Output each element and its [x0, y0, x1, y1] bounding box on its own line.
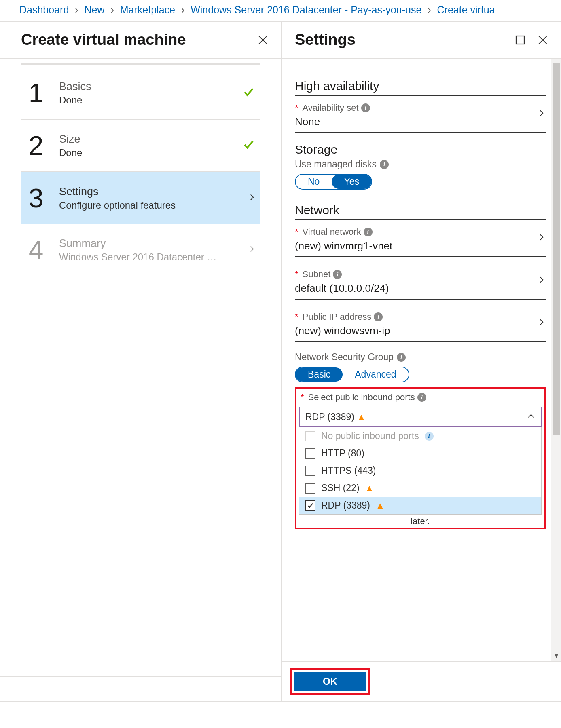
step-title: Size: [59, 133, 229, 146]
info-icon[interactable]: i: [361, 103, 370, 112]
section-storage: Storage: [295, 143, 546, 156]
field-value: (new) windowsvm-ip: [295, 325, 538, 337]
info-icon[interactable]: i: [364, 228, 373, 236]
toggle-managed-disks[interactable]: No Yes: [295, 174, 372, 190]
scrollbar[interactable]: ▾: [551, 59, 561, 661]
required-asterisk: *: [301, 392, 304, 403]
checkmark-icon: [241, 137, 256, 154]
port-option-rdp[interactable]: RDP (3389) ▲: [299, 497, 541, 514]
field-value: None: [295, 116, 538, 128]
field-label: Use managed disks: [295, 159, 377, 170]
option-label: HTTPS (443): [321, 465, 376, 476]
field-availability-set[interactable]: * Availability set i None: [295, 100, 546, 133]
warning-icon: ▲: [376, 500, 385, 511]
info-icon[interactable]: i: [417, 393, 426, 402]
toggle-option-yes[interactable]: Yes: [332, 175, 371, 189]
close-icon[interactable]: [537, 34, 549, 46]
checkbox-icon: [305, 431, 315, 441]
breadcrumb-link[interactable]: Create virtua: [437, 4, 495, 15]
close-icon[interactable]: [257, 34, 269, 46]
breadcrumb-link[interactable]: Windows Server 2016 Datacenter - Pay-as-…: [191, 4, 421, 15]
truncated-text: later.: [299, 516, 542, 527]
chevron-right-icon: ›: [428, 4, 431, 15]
port-option-http[interactable]: HTTP (80): [299, 445, 541, 462]
toggle-option-basic[interactable]: Basic: [296, 367, 343, 382]
field-value: default (10.0.0.0/24): [295, 282, 538, 295]
checkbox-icon: [305, 466, 315, 476]
toggle-option-no[interactable]: No: [296, 175, 332, 189]
blade-header: Settings: [282, 22, 561, 59]
port-option-ssh[interactable]: SSH (22) ▲: [299, 479, 541, 497]
chevron-right-icon: [538, 318, 546, 328]
field-label: Select public inbound ports: [308, 392, 415, 403]
svg-rect-0: [516, 36, 524, 44]
info-icon[interactable]: i: [374, 312, 383, 321]
field-label: Subnet: [303, 269, 331, 280]
step-title: Summary: [59, 237, 236, 250]
chevron-right-icon: ›: [75, 4, 78, 15]
step-number: 1: [25, 78, 47, 108]
blade-footer: OK: [282, 661, 561, 701]
step-subtitle: Done: [59, 147, 229, 158]
step-subtitle: Windows Server 2016 Datacenter …: [59, 251, 236, 263]
step-number: 2: [25, 130, 47, 161]
step-title: Settings: [59, 186, 236, 198]
breadcrumb-link[interactable]: New: [85, 4, 105, 15]
option-label: SSH (22): [321, 483, 360, 494]
info-icon[interactable]: i: [397, 353, 406, 362]
required-asterisk: *: [295, 227, 298, 237]
port-option-none[interactable]: No public inbound ports i: [299, 427, 541, 445]
select-public-inbound-ports[interactable]: RDP (3389) ▲: [299, 407, 542, 427]
ok-button[interactable]: OK: [294, 672, 366, 691]
info-icon[interactable]: i: [333, 270, 342, 279]
chevron-right-icon: ›: [111, 4, 114, 15]
breadcrumb-link[interactable]: Dashboard: [19, 4, 69, 15]
warning-icon: ▲: [357, 412, 366, 422]
field-label: Virtual network: [303, 227, 361, 237]
checkmark-icon: [241, 84, 256, 102]
field-subnet[interactable]: * Subnet i default (10.0.0.0/24): [295, 267, 546, 300]
step-subtitle: Done: [59, 95, 229, 106]
wizard-step-size[interactable]: 2 Size Done: [21, 120, 260, 172]
chevron-right-icon: [538, 109, 546, 119]
breadcrumb-link[interactable]: Marketplace: [120, 4, 175, 15]
field-label: Availability set: [303, 103, 359, 113]
info-icon[interactable]: i: [380, 160, 389, 169]
highlight-inbound-ports: * Select public inbound ports i RDP (338…: [295, 387, 546, 529]
field-value: (new) winvmrg1-vnet: [295, 240, 538, 252]
field-virtual-network[interactable]: * Virtual network i (new) winvmrg1-vnet: [295, 224, 546, 257]
warning-icon: ▲: [365, 483, 374, 494]
required-asterisk: *: [295, 269, 298, 280]
scrollbar-thumb[interactable]: [553, 63, 560, 435]
scroll-down-icon[interactable]: ▾: [551, 651, 561, 660]
chevron-right-icon: [538, 276, 546, 286]
checkbox-icon: [305, 483, 315, 494]
chevron-right-icon: [248, 245, 256, 255]
option-label: No public inbound ports: [321, 430, 419, 441]
step-title: Basics: [59, 80, 229, 93]
dropdown-ports: No public inbound ports i HTTP (80) HTTP…: [299, 427, 542, 515]
section-high-availability: High availability: [295, 79, 546, 93]
settings-panel: Settings ▾ High availability: [282, 22, 561, 701]
blade-title: Create virtual machine: [21, 31, 186, 49]
port-option-https[interactable]: HTTPS (443): [299, 462, 541, 479]
chevron-right-icon: ›: [181, 4, 184, 15]
wizard-panel: Create virtual machine 1 Basics Done: [0, 22, 282, 701]
info-icon[interactable]: i: [425, 432, 434, 441]
toggle-nsg-type[interactable]: Basic Advanced: [295, 367, 409, 382]
step-number: 3: [25, 183, 47, 213]
required-asterisk: *: [295, 312, 298, 322]
checkbox-icon: [305, 500, 315, 511]
wizard-step-settings[interactable]: 3 Settings Configure optional features: [21, 172, 260, 224]
checkbox-icon: [305, 448, 315, 459]
step-subtitle: Configure optional features: [59, 200, 236, 211]
option-label: RDP (3389): [321, 500, 370, 511]
toggle-option-advanced[interactable]: Advanced: [343, 367, 408, 382]
chevron-up-icon: [527, 411, 535, 422]
select-value: RDP (3389): [305, 411, 354, 422]
field-label: Network Security Group: [295, 352, 394, 363]
wizard-step-basics[interactable]: 1 Basics Done: [21, 67, 260, 120]
field-public-ip[interactable]: * Public IP address i (new) windowsvm-ip: [295, 309, 546, 342]
restore-icon[interactable]: [514, 34, 526, 46]
required-asterisk: *: [295, 103, 298, 113]
